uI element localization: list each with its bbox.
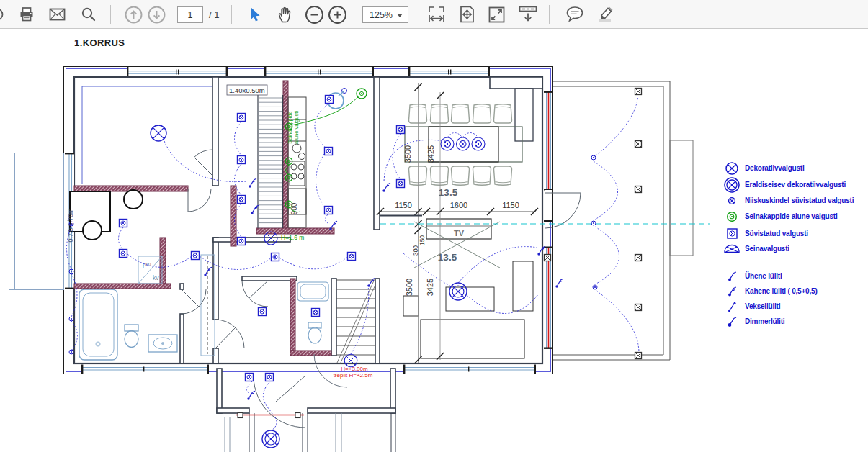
comment-button[interactable] <box>564 0 586 29</box>
two-way-switch-icon <box>719 299 745 313</box>
room-area-label-dining: 13.5 <box>439 187 458 198</box>
search-icon <box>81 6 97 22</box>
height-note-label: H=1.6 m <box>281 234 304 241</box>
legend-item-label: Kahene lüliti ( 0,5+0,5) <box>745 287 818 295</box>
highlight-button[interactable] <box>595 0 617 29</box>
ceiling-lamp-icon <box>151 125 166 141</box>
dim-label-3500-lower: 3500 <box>405 279 413 296</box>
print-button[interactable] <box>18 0 35 29</box>
double-switch-icon <box>719 285 745 297</box>
select-tool-icon <box>249 6 261 23</box>
print-icon <box>19 6 35 22</box>
right-terrace <box>553 81 693 360</box>
toolbar-separator <box>549 5 550 24</box>
legend-item: Eraldiseisev dekoratiivvalgusti <box>719 177 863 192</box>
legend-item-label: Seinavalgusti <box>745 245 789 253</box>
dim-label-1600: 1600 <box>450 201 467 209</box>
zoom-out-button[interactable] <box>304 0 324 29</box>
dim-label-300: 300 <box>412 245 419 256</box>
legend-item: Kahene lüliti ( 0,5+0,5) <box>719 284 863 299</box>
legend-item: Dimmerlüliti <box>719 314 863 329</box>
standalone-decorative-light-icon <box>719 176 745 194</box>
single-switch-icon <box>719 270 745 282</box>
next-page-button[interactable] <box>147 0 166 29</box>
legend-item: Niiskuskindel süvistatud valgusti <box>719 193 863 208</box>
left-terrace <box>9 153 64 290</box>
legend-item-label: Süvistatud valgusti <box>745 230 808 238</box>
under-cabinet-light-icon <box>719 211 745 222</box>
legend-item-label: Niiskuskindel süvistatud valgusti <box>745 196 854 204</box>
email-button[interactable] <box>48 0 66 29</box>
legend-item: Süvistatud valgusti <box>719 226 863 241</box>
legend-item-label: Eraldiseisev dekoratiivvalgusti <box>745 181 846 189</box>
dim-label-1150-right: 1150 <box>502 201 519 209</box>
toolbar: / 1 125% <box>0 0 868 29</box>
highlight-icon <box>596 5 616 24</box>
tv-label: TV <box>454 229 465 238</box>
fullscreen-icon <box>488 6 506 24</box>
legend-item-label: Ühene lüliti <box>745 272 782 280</box>
legend-item: Seinakappide alune valgusti <box>719 209 863 224</box>
dimmer-switch-icon <box>719 315 745 327</box>
dim-label-3500-upper: 3500 <box>403 145 412 163</box>
search-button[interactable] <box>79 0 98 29</box>
lower-stairs <box>336 280 375 364</box>
dim-label-3425-upper: 3425 <box>426 145 435 163</box>
zoom-level-value: 125% <box>370 10 393 20</box>
room-area-label-living: 13.5 <box>438 252 457 263</box>
legend-item-label: Veksellüliti <box>745 302 780 310</box>
bedroom-lining <box>82 86 212 184</box>
document-canvas[interactable]: 1.KORRUS <box>0 30 868 452</box>
light-symbols <box>69 89 597 448</box>
pdf-viewer-window: / 1 125% <box>0 0 868 452</box>
page-down-icon <box>148 6 166 24</box>
hand-tool-icon <box>277 6 293 23</box>
dimension-labels: 3500 3425 3500 3425 1150 1600 1150 150 3… <box>395 145 519 296</box>
toolbar-separator <box>110 5 111 24</box>
fit-page-icon <box>458 5 476 24</box>
decorative-light-icon <box>719 161 745 176</box>
kitchen-depth-label: 900 <box>290 202 298 214</box>
pm-label: pm <box>143 261 151 268</box>
save-button[interactable] <box>0 0 4 29</box>
fullscreen-button[interactable] <box>486 0 506 29</box>
zoom-out-icon <box>305 5 324 24</box>
legend-item: Dekoratiivvalgusti <box>719 161 863 176</box>
fit-width-button[interactable] <box>426 0 447 29</box>
recessed-light-icon <box>719 228 745 239</box>
legend: Dekoratiivvalgusti Eraldiseisev dekorati… <box>719 161 863 329</box>
page-number-input[interactable] <box>177 6 203 23</box>
zoom-in-button[interactable] <box>327 0 347 29</box>
zoom-level-dropdown[interactable]: 125% <box>362 6 408 23</box>
moistureproof-recessed-light-icon <box>719 196 745 205</box>
dining-chairs <box>409 104 512 186</box>
comment-icon <box>565 6 585 23</box>
page-up-icon <box>125 6 143 24</box>
fit-width-icon <box>427 5 446 24</box>
porch-walkway <box>225 413 395 452</box>
scrolling-mode-button[interactable] <box>517 0 539 29</box>
kv-label: kv <box>153 274 159 281</box>
legend-item: Ühene lüliti <box>719 268 863 284</box>
toolbar-separator <box>231 5 232 24</box>
fit-page-button[interactable] <box>457 0 477 29</box>
previous-page-button[interactable] <box>124 0 143 29</box>
legend-item: Seinavalgusti <box>719 241 863 256</box>
dim-label-1150-left: 1150 <box>395 201 412 209</box>
doors <box>182 150 581 428</box>
stairs-height-label-2: trepilt H=+2.5m <box>334 372 373 379</box>
select-tool-button[interactable] <box>246 0 262 29</box>
dim-label-3425-lower: 3425 <box>426 279 434 296</box>
legend-item: Veksellüliti <box>719 299 863 314</box>
email-icon <box>49 8 66 21</box>
legend-item-label: Dekoratiivvalgusti <box>745 164 805 172</box>
zoom-in-icon <box>328 5 347 24</box>
hand-tool-button[interactable] <box>276 0 295 29</box>
scroll-mode-icon <box>518 5 538 24</box>
dim-label-150: 150 <box>419 235 426 245</box>
page-count-label: / 1 <box>209 0 219 29</box>
legend-item-label: Seinakappide alune valgusti <box>745 212 838 220</box>
legend-item-label: Dimmerlüliti <box>745 317 784 325</box>
cabinet-light-label-2: alune valgusti <box>293 111 300 144</box>
stair-size-label: 1.40x0.50m <box>229 86 265 94</box>
